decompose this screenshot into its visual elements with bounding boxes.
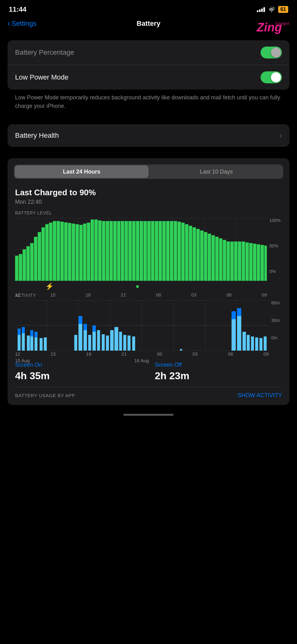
svg-rect-99 [78,324,82,351]
svg-rect-35 [110,221,113,281]
svg-rect-46 [151,221,154,281]
svg-rect-49 [162,221,166,281]
svg-rect-110 [114,327,118,351]
svg-rect-63 [215,237,219,281]
act-x-label-21: 21 [122,351,127,357]
svg-rect-48 [159,221,162,281]
svg-rect-61 [208,234,211,281]
svg-rect-12 [23,249,26,281]
battery-level-chart-container: BATTERY LEVEL [8,210,289,284]
svg-rect-70 [242,242,245,281]
svg-rect-54 [181,223,185,281]
svg-rect-69 [238,242,241,281]
act-y-0m: 0m [271,335,282,340]
svg-rect-20 [53,221,56,281]
svg-rect-74 [257,244,260,281]
svg-rect-115 [180,349,182,351]
low-power-mode-toggle[interactable] [261,71,282,83]
charging-icon: ⚡ [45,282,54,291]
svg-rect-31 [94,219,98,281]
svg-rect-67 [230,242,234,281]
svg-rect-105 [92,325,96,332]
svg-rect-90 [22,327,25,333]
svg-rect-73 [253,244,256,281]
svg-rect-44 [143,221,147,281]
svg-rect-97 [44,337,47,351]
act-x-label-03: 03 [192,351,198,357]
status-time: 11:44 [9,5,26,14]
x-label-15: 15 [50,292,56,297]
svg-rect-14 [30,243,34,281]
svg-rect-88 [18,329,20,335]
svg-rect-96 [40,338,42,351]
x-label-09: 09 [262,292,267,297]
svg-rect-21 [57,221,60,281]
svg-rect-108 [106,336,109,351]
x-label-00: 00 [156,292,161,297]
svg-rect-124 [259,338,262,351]
svg-rect-92 [30,336,33,351]
svg-rect-56 [189,226,192,281]
charging-dot: ■ [136,284,139,289]
act-x-label-12: 12 [15,351,20,357]
battery-percentage-toggle[interactable] [261,47,282,58]
svg-rect-123 [255,337,258,351]
screen-on-value: 4h 35m [15,370,142,382]
svg-rect-66 [227,242,230,281]
svg-rect-106 [97,330,100,351]
svg-rect-43 [140,221,143,281]
x-label-06: 06 [226,292,232,297]
low-power-description: Low Power Mode temporarily reduces backg… [8,90,289,117]
svg-rect-37 [117,221,121,281]
x-label-21: 21 [121,292,126,297]
svg-rect-34 [106,221,109,281]
chevron-right-icon: › [279,131,282,140]
battery-status: 61 [278,6,288,13]
svg-rect-107 [102,334,105,351]
svg-rect-55 [185,224,188,281]
y-label-0: 0% [269,269,282,274]
svg-rect-51 [170,221,173,281]
tab-last-24h[interactable]: Last 24 Hours [15,165,148,178]
date-label-aug15: 15 Aug [15,358,30,363]
svg-rect-29 [87,223,90,281]
battery-percentage-label: Battery Percentage [15,48,74,57]
svg-rect-32 [98,220,102,281]
svg-rect-41 [132,221,136,281]
svg-rect-75 [261,245,264,281]
zing-logo: Zing Gadget [275,21,289,26]
svg-rect-62 [212,235,215,281]
svg-rect-113 [127,336,130,351]
bottom-row: BATTERY USAGE BY APP SHOW ACTIVITY [8,387,289,405]
svg-rect-98 [74,335,77,351]
x-label-18: 18 [85,292,91,297]
back-label: Settings [12,19,37,28]
back-button[interactable]: ‹ Settings [8,19,36,28]
low-power-mode-label: Low Power Mode [15,73,68,81]
svg-rect-15 [34,237,37,281]
svg-rect-100 [78,316,82,324]
svg-rect-116 [231,319,235,351]
toggle-thumb-lpm [271,72,281,82]
battery-health-row[interactable]: Battery Health › [8,124,289,147]
x-label-03: 03 [191,292,197,297]
svg-rect-87 [18,335,20,351]
charge-title: Last Charged to 90% [15,188,282,197]
date-label-aug16: 16 Aug [134,358,149,363]
time-tabs[interactable]: Last 24 Hours Last 10 Days [14,164,283,179]
activity-y-labels: 60m 30m 0m [269,300,282,355]
svg-rect-65 [223,240,226,281]
svg-rect-101 [84,330,87,351]
act-x-label-15: 15 [51,351,56,357]
nav-bar: ‹ Settings Battery Zing Gadget [0,17,297,33]
act-x-label-09: 09 [263,351,269,357]
svg-rect-11 [19,254,22,281]
tab-last-10days[interactable]: Last 10 Days [149,164,283,179]
show-activity-button[interactable]: SHOW ACTIVITY [238,392,282,399]
battery-health-card[interactable]: Battery Health › [8,124,289,147]
svg-rect-103 [88,335,91,351]
svg-rect-60 [204,232,208,281]
act-y-30m: 30m [271,318,282,323]
svg-rect-111 [119,332,122,351]
activity-chart [15,300,269,351]
